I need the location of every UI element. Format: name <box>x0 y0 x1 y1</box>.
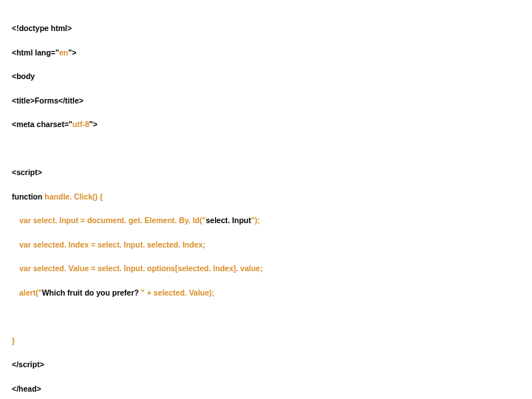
code-line: var selected. Index = select. Input. sel… <box>12 239 520 250</box>
blank-line <box>12 143 520 154</box>
code-line: <meta charset="utf-8"> <box>12 118 520 130</box>
code-line: <body <box>12 70 520 82</box>
code-line: </script> <box>12 358 520 370</box>
code-line: alert("Which fruit do you prefer? " + se… <box>12 287 520 299</box>
code-listing: <!doctype html> <html lang="en"> <body <… <box>0 0 532 399</box>
code-line: var selected. Value = select. Input. opt… <box>12 262 520 274</box>
code-line: function handle. Click() { <box>12 191 520 202</box>
code-line: </head> <box>12 383 520 395</box>
code-line: <title>Forms</title> <box>12 95 520 106</box>
code-line: <!doctype html> <box>12 22 520 34</box>
code-line: } <box>12 335 520 347</box>
blank-line <box>12 310 520 322</box>
code-line: <script> <box>12 166 520 178</box>
code-line: var select. Input = document. get. Eleme… <box>12 214 520 226</box>
code-line: <html lang="en"> <box>12 47 520 58</box>
